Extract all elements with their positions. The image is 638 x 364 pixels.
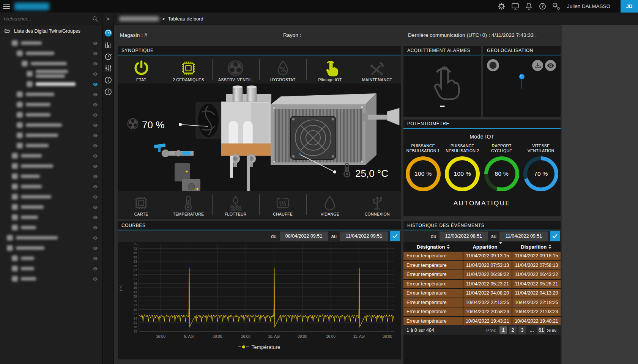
tree-item[interactable] — [0, 151, 102, 161]
visibility-toggle-icon[interactable] — [91, 246, 99, 251]
visibility-toggle-icon[interactable] — [91, 164, 99, 169]
visibility-toggle-icon[interactable] — [91, 133, 99, 138]
tree-item[interactable] — [0, 243, 102, 253]
tree-item[interactable] — [0, 222, 102, 233]
tree-item[interactable] — [0, 140, 102, 151]
column-header-apparition[interactable]: Apparition — [463, 244, 512, 250]
tree-item[interactable] — [0, 38, 102, 48]
tree-item[interactable] — [0, 130, 102, 140]
visibility-toggle-icon[interactable] — [91, 123, 99, 128]
indicator-2-ceramiques: 2 CERAMIQUES — [165, 55, 212, 84]
event-designation: Erreur température — [403, 307, 463, 316]
map-download-icon[interactable] — [532, 60, 543, 71]
search-input[interactable] — [4, 16, 92, 22]
tree-item[interactable] — [0, 120, 102, 130]
date-to-input[interactable] — [340, 232, 388, 241]
avatar[interactable]: JD — [621, 0, 638, 13]
map-layers-icon[interactable] — [487, 59, 499, 71]
svg-text:42: 42 — [134, 290, 137, 294]
svg-text:08:00: 08:00 — [213, 334, 222, 339]
visibility-toggle-icon[interactable] — [91, 215, 99, 220]
date-to-input[interactable] — [499, 232, 548, 241]
tree-item[interactable] — [0, 212, 102, 222]
menu-icon[interactable] — [0, 0, 13, 13]
tree-item-label — [21, 154, 42, 158]
notifications-icon[interactable] — [525, 2, 533, 10]
tree-item-icon — [12, 153, 18, 159]
tree-item[interactable] — [0, 181, 102, 192]
prev-page-button[interactable]: Préc. — [486, 328, 498, 333]
temperature-chart[interactable]: 1518212427303336394245485154576063666972… — [118, 242, 398, 341]
page-button[interactable]: 2 — [509, 326, 517, 334]
tree-item[interactable] — [0, 79, 102, 89]
tree-item[interactable] — [0, 69, 102, 79]
visibility-toggle-icon[interactable] — [91, 61, 99, 66]
next-page-button[interactable]: Suiv. — [547, 328, 558, 333]
map-visibility-icon[interactable] — [545, 60, 556, 71]
visibility-toggle-icon[interactable] — [91, 51, 99, 56]
apply-dates-checkbox[interactable] — [390, 231, 400, 241]
help-icon[interactable] — [539, 2, 547, 10]
drop-icon — [322, 195, 338, 211]
page-button[interactable]: 3 — [518, 326, 526, 334]
tree-item[interactable] — [0, 99, 102, 110]
tree-item[interactable] — [0, 253, 102, 263]
display-icon[interactable] — [511, 2, 519, 10]
svg-text:54: 54 — [134, 273, 137, 277]
date-from-input[interactable] — [440, 232, 488, 241]
tree-item[interactable] — [0, 202, 102, 212]
tree-item[interactable] — [0, 171, 102, 181]
collapse-sidebar-icon[interactable]: > — [102, 13, 113, 25]
apply-dates-checkbox[interactable] — [550, 231, 560, 241]
visibility-toggle-icon[interactable] — [91, 153, 99, 159]
chart-legend: Température — [118, 342, 401, 352]
page-button[interactable]: 61 — [537, 326, 545, 334]
tool-info-1-icon[interactable] — [104, 76, 112, 84]
page-button[interactable]: 1 — [499, 326, 507, 334]
svg-text:18: 18 — [134, 325, 137, 329]
svg-text:16:00: 16:00 — [241, 334, 250, 339]
tool-dashboard-icon[interactable] — [104, 29, 112, 37]
tree-item[interactable] — [0, 233, 102, 243]
event-apparition: 11/04/2022 09:13:15 — [463, 252, 512, 260]
visibility-toggle-icon[interactable] — [91, 71, 99, 77]
column-header-disparition[interactable]: Disparition — [512, 244, 561, 250]
column-header-d-signation[interactable]: Désignation — [403, 244, 463, 250]
tree-item[interactable] — [0, 110, 102, 120]
breadcrumb-device[interactable] — [119, 16, 159, 21]
visibility-toggle-icon[interactable] — [91, 102, 99, 107]
visibility-toggle-icon[interactable] — [91, 276, 99, 282]
tree-item[interactable] — [0, 48, 102, 58]
visibility-toggle-icon[interactable] — [91, 256, 99, 261]
visibility-toggle-icon[interactable] — [91, 143, 99, 148]
tree-item[interactable] — [0, 263, 102, 274]
visibility-toggle-icon[interactable] — [91, 235, 99, 241]
visibility-toggle-icon[interactable] — [91, 174, 99, 179]
visibility-toggle-icon[interactable] — [91, 266, 99, 271]
tree-item[interactable] — [0, 89, 102, 99]
acknowledge-touch-icon[interactable] — [425, 63, 460, 101]
visibility-toggle-icon[interactable] — [91, 41, 99, 46]
date-from-input[interactable] — [280, 232, 328, 241]
visibility-toggle-icon[interactable] — [91, 112, 99, 118]
event-apparition: 11/04/2022 06:38:22 — [463, 270, 512, 279]
tool-info-2-icon[interactable] — [104, 88, 112, 96]
services-icon[interactable] — [552, 2, 560, 10]
tree-item[interactable] — [0, 274, 102, 284]
tree-item-icon — [12, 163, 18, 169]
visibility-toggle-icon[interactable] — [91, 205, 99, 210]
tree-item[interactable] — [0, 161, 102, 171]
visibility-toggle-icon[interactable] — [91, 184, 99, 189]
tree-item[interactable] — [0, 192, 102, 202]
tool-history-icon[interactable] — [104, 52, 112, 61]
visibility-toggle-icon[interactable] — [91, 92, 99, 97]
tree-item[interactable] — [0, 58, 102, 69]
settings-icon[interactable] — [498, 2, 506, 10]
visibility-toggle-icon[interactable] — [91, 225, 99, 230]
visibility-toggle-icon[interactable] — [91, 194, 99, 200]
tool-filters-icon[interactable] — [104, 64, 112, 72]
svg-text:48: 48 — [134, 282, 137, 285]
visibility-toggle-icon[interactable] — [91, 82, 99, 87]
search-icon[interactable] — [92, 16, 98, 22]
tool-charts-icon[interactable] — [104, 41, 112, 49]
